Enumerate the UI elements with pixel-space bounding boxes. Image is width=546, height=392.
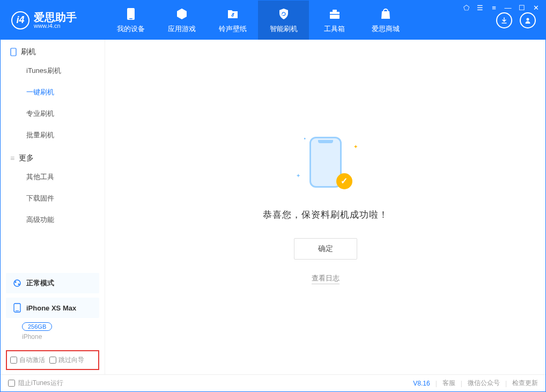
tab-label: 爱思商城 [372, 24, 400, 34]
tab-toolbox[interactable]: 工具箱 [309, 1, 360, 40]
tab-label: 智能刷机 [270, 24, 298, 34]
tab-ringtone[interactable]: 铃声壁纸 [207, 1, 258, 40]
section-label: 更多 [19, 153, 34, 163]
mode-label: 正常模式 [26, 278, 54, 288]
success-title: 恭喜您，保资料刷机成功啦！ [263, 209, 388, 221]
wechat-link[interactable]: 微信公众号 [468, 379, 500, 388]
main-content: ✦ ✦ • ✓ 恭喜您，保资料刷机成功啦！ 确定 查看日志 [105, 40, 545, 374]
shirt-icon[interactable]: ⬠ [462, 4, 470, 12]
device-name-card[interactable]: iPhone XS Max [6, 298, 99, 318]
checkbox-label: 阻止iTunes运行 [18, 379, 63, 388]
tab-label: 铃声壁纸 [219, 24, 247, 34]
titlebar: ⬠ ☰ ≡ ― ☐ ✕ i4 爱思助手 www.i4.cn 我的设备 [1, 1, 545, 40]
sidebar-item-oneclick[interactable]: 一键刷机 [1, 82, 105, 103]
options-row: 自动激活 跳过向导 [6, 350, 99, 370]
sidebar-section-flash: 刷机 [1, 40, 105, 60]
sidebar-item-advanced[interactable]: 高级功能 [1, 209, 105, 231]
tab-label: 应用游戏 [168, 24, 196, 34]
toolbox-icon [328, 7, 341, 21]
app-subtitle: www.i4.cn [34, 23, 77, 29]
sparkle-icon: ✦ [296, 173, 300, 179]
sidebar-item-itunes[interactable]: iTunes刷机 [1, 60, 105, 82]
sidebar-item-other[interactable]: 其他工具 [1, 166, 105, 188]
device-mode-card[interactable]: 正常模式 [6, 273, 99, 293]
device-type: iPhone [22, 333, 98, 341]
sparkle-icon: ✦ [353, 144, 358, 150]
sidebar-section-more: ≡ 更多 [1, 146, 105, 166]
mode-icon [12, 278, 22, 288]
svg-rect-0 [127, 8, 135, 20]
auto-activate-checkbox[interactable] [10, 357, 17, 364]
tab-my-device[interactable]: 我的设备 [105, 1, 156, 40]
tab-label: 工具箱 [324, 24, 345, 34]
app-title: 爱思助手 [34, 12, 77, 23]
phone-small-icon [10, 48, 17, 56]
separator: | [461, 380, 462, 387]
checkbox-label: 自动激活 [19, 356, 45, 365]
stop-itunes-checkbox[interactable] [8, 380, 15, 387]
download-button[interactable] [496, 12, 512, 28]
music-folder-icon [227, 7, 239, 21]
confirm-button[interactable]: 确定 [294, 238, 357, 260]
minimize-button[interactable]: ― [504, 4, 512, 12]
svg-point-8 [15, 282, 17, 283]
sidebar: 刷机 iTunes刷机 一键刷机 专业刷机 批量刷机 ≡ 更多 其他工具 下载固… [1, 40, 105, 374]
skip-guide-checkbox[interactable] [49, 357, 56, 364]
svg-rect-11 [16, 310, 19, 311]
version-label: V8.16 [413, 380, 430, 387]
footer: 阻止iTunes运行 V8.16 | 客服 | 微信公众号 | 检查更新 [1, 374, 545, 391]
cube-icon [175, 7, 188, 21]
sidebar-item-batch[interactable]: 批量刷机 [1, 124, 105, 146]
sparkle-icon: • [304, 136, 306, 142]
separator: | [505, 380, 507, 387]
device-icon [12, 303, 22, 313]
checkbox-skip-guide[interactable]: 跳过向导 [49, 356, 84, 365]
svg-point-9 [18, 284, 20, 285]
svg-rect-4 [330, 14, 340, 15]
device-name: iPhone XS Max [26, 304, 76, 312]
section-label: 刷机 [21, 47, 36, 57]
svg-rect-1 [129, 18, 132, 19]
user-area [496, 12, 545, 28]
svg-rect-6 [11, 48, 16, 56]
window-controls: ⬠ ☰ ≡ ― ☐ ✕ [462, 4, 540, 12]
svg-point-7 [14, 280, 20, 286]
phone-icon [126, 7, 136, 21]
shield-refresh-icon [277, 7, 290, 21]
device-info: 256GB iPhone [1, 320, 105, 346]
sidebar-item-firmware[interactable]: 下载固件 [1, 188, 105, 209]
user-button[interactable] [520, 12, 536, 28]
svg-rect-2 [330, 12, 340, 19]
nav-tabs: 我的设备 应用游戏 铃声壁纸 智能刷机 [105, 1, 411, 40]
maximize-button[interactable]: ☐ [518, 4, 526, 12]
svg-point-5 [527, 18, 529, 20]
checkmark-badge-icon: ✓ [336, 173, 352, 189]
check-update-link[interactable]: 检查更新 [512, 379, 538, 388]
success-illustration: ✦ ✦ • ✓ [293, 130, 358, 195]
tab-apps[interactable]: 应用游戏 [156, 1, 207, 40]
device-capacity: 256GB [22, 322, 52, 331]
menu-icon[interactable]: ≡ [490, 4, 498, 12]
tab-label: 我的设备 [117, 24, 145, 34]
list-icon: ≡ [10, 154, 14, 162]
sidebar-item-pro[interactable]: 专业刷机 [1, 103, 105, 124]
view-log-link[interactable]: 查看日志 [312, 273, 340, 284]
checkbox-auto-activate[interactable]: 自动激活 [10, 356, 45, 365]
checkbox-stop-itunes[interactable]: 阻止iTunes运行 [8, 379, 63, 388]
bag-icon [380, 7, 392, 21]
logo-area: i4 爱思助手 www.i4.cn [1, 11, 105, 29]
tab-smart-flash[interactable]: 智能刷机 [258, 1, 309, 40]
checkbox-label: 跳过向导 [58, 356, 84, 365]
tab-store[interactable]: 爱思商城 [360, 1, 411, 40]
customer-service-link[interactable]: 客服 [442, 379, 455, 388]
logo-icon: i4 [11, 11, 29, 29]
svg-rect-3 [333, 10, 337, 12]
app-menu-icon[interactable]: ☰ [476, 4, 484, 12]
separator: | [436, 380, 437, 387]
close-button[interactable]: ✕ [532, 4, 540, 12]
